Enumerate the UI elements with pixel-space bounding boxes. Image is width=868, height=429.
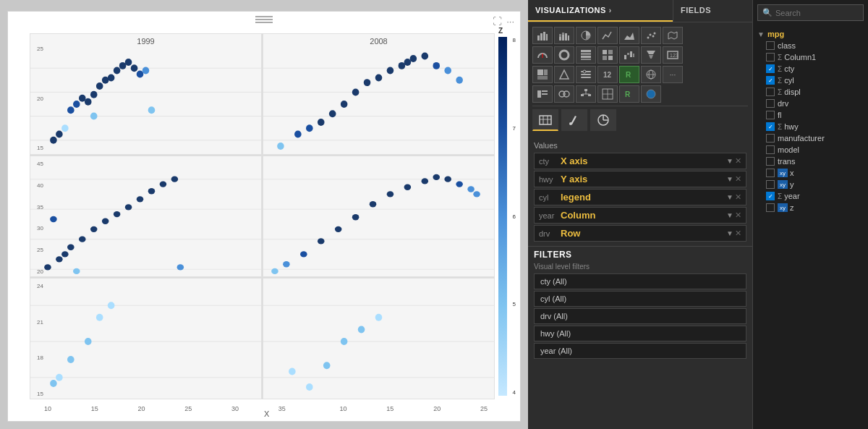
- filter-cty[interactable]: cty (All): [534, 273, 746, 289]
- tool-btn-format[interactable]: [532, 109, 558, 131]
- field-item-trans[interactable]: trans: [753, 156, 868, 167]
- svg-rect-137: [544, 69, 548, 75]
- chart-toolbar: [255, 16, 273, 23]
- field-item-year[interactable]: Σ year: [753, 190, 868, 202]
- viz-icon-r[interactable]: R: [619, 66, 639, 83]
- drag-handle[interactable]: [255, 16, 273, 23]
- viz-icon-group[interactable]: [554, 85, 574, 103]
- field-item-manufacturer[interactable]: manufacturer: [753, 132, 868, 144]
- viz-icon-gauge[interactable]: [532, 46, 553, 64]
- tab-visualizations[interactable]: VISUALIZATIONS ›: [528, 0, 673, 22]
- field-item-z[interactable]: xy z: [753, 202, 868, 213]
- field-item-displ[interactable]: Σ displ: [753, 86, 868, 98]
- search-icon: 🔍: [762, 8, 773, 17]
- viz-icon-area[interactable]: [619, 27, 639, 44]
- filter-cyl[interactable]: cyl (All): [534, 291, 746, 307]
- viz-icon-line[interactable]: [597, 27, 618, 44]
- field-checkbox-trans[interactable]: [766, 157, 775, 166]
- field-checkbox-model[interactable]: [766, 145, 775, 154]
- filter-year[interactable]: year (All): [534, 343, 746, 359]
- tool-btn-paint[interactable]: [561, 109, 587, 131]
- field-checkbox-y[interactable]: [766, 180, 775, 189]
- tab-fields[interactable]: FIELDS: [673, 0, 752, 22]
- viz-icon-donut[interactable]: [554, 46, 574, 64]
- search-box[interactable]: 🔍: [757, 4, 864, 21]
- field-x-yaxis[interactable]: ✕: [735, 174, 741, 184]
- field-row-xaxis[interactable]: cty X axis ▼ ✕: [534, 153, 746, 169]
- field-checkbox-z[interactable]: [766, 203, 775, 212]
- field-checkbox-fl[interactable]: [766, 111, 775, 119]
- viz-icon-globe2[interactable]: [641, 85, 661, 103]
- field-checkbox-displ[interactable]: [766, 88, 775, 96]
- viz-icon-waterfall[interactable]: [619, 46, 639, 64]
- field-tag-cyl: cyl: [539, 193, 561, 202]
- field-checkbox-cty[interactable]: [766, 64, 775, 73]
- field-checkbox-year[interactable]: [766, 192, 775, 200]
- filters-section: FILTERS Visual level filters cty (All) c…: [528, 246, 752, 363]
- viz-icon-r2[interactable]: R: [619, 85, 639, 103]
- sigma-cyl: Σ: [778, 77, 782, 85]
- right-panel: VISUALIZATIONS › FIELDS: [528, 0, 752, 429]
- viz-icon-format[interactable]: [532, 85, 553, 103]
- field-item-fl[interactable]: fl: [753, 109, 868, 121]
- field-checkbox-manufacturer[interactable]: [766, 134, 775, 143]
- viz-icon-numeric[interactable]: 12: [597, 66, 618, 83]
- field-row-yaxis[interactable]: hwy Y axis ▼ ✕: [534, 171, 746, 187]
- viz-icon-bar-stacked[interactable]: [554, 27, 574, 44]
- viz-icon-globe[interactable]: [641, 66, 661, 83]
- field-item-hwy[interactable]: Σ hwy: [753, 121, 868, 132]
- viz-icon-table[interactable]: [576, 46, 596, 64]
- viz-icon-pie[interactable]: [576, 27, 596, 44]
- viz-icon-map[interactable]: [663, 27, 683, 44]
- field-checkbox-class[interactable]: [766, 41, 775, 50]
- svg-point-58: [148, 188, 156, 194]
- viz-icon-slicer[interactable]: [576, 66, 596, 83]
- field-x-xaxis[interactable]: ✕: [735, 156, 741, 166]
- field-row-row[interactable]: drv Row ▼ ✕: [534, 225, 746, 242]
- field-x-column[interactable]: ✕: [735, 211, 741, 220]
- field-checkbox-drv[interactable]: [766, 99, 775, 108]
- svg-point-72: [335, 226, 342, 232]
- filter-hwy[interactable]: hwy (All): [534, 326, 746, 341]
- field-item-cty[interactable]: Σ cty: [753, 63, 868, 75]
- field-row-column[interactable]: year Column ▼ ✕: [534, 207, 746, 224]
- viz-icon-treemap[interactable]: [532, 66, 553, 83]
- search-input[interactable]: [775, 9, 859, 17]
- svg-rect-121: [581, 53, 591, 55]
- chart-panel-r3c1: 24 21 18 15: [30, 278, 262, 399]
- field-item-y[interactable]: xy y: [753, 179, 868, 190]
- field-item-cyl[interactable]: Σ cyl: [753, 75, 868, 86]
- field-checkbox-column1[interactable]: [766, 53, 775, 61]
- field-item-drv[interactable]: drv: [753, 98, 868, 109]
- field-group-mpg[interactable]: ▼ mpg: [753, 28, 868, 40]
- field-x-legend[interactable]: ✕: [735, 192, 741, 202]
- more-icon[interactable]: ···: [506, 16, 514, 27]
- field-checkbox-hwy[interactable]: [766, 122, 775, 131]
- field-x-row[interactable]: ✕: [735, 229, 741, 238]
- viz-icon-hier[interactable]: [576, 85, 596, 103]
- field-checkbox-x[interactable]: [766, 169, 775, 177]
- legend-title: Z: [498, 27, 503, 35]
- viz-icon-more-dots[interactable]: ···: [663, 66, 683, 83]
- svg-point-63: [50, 216, 57, 222]
- field-checkbox-cyl[interactable]: [766, 76, 775, 85]
- field-item-x[interactable]: xy x: [753, 167, 868, 179]
- viz-icon-scatter[interactable]: [641, 27, 661, 44]
- viz-icon-matrix[interactable]: [597, 46, 618, 64]
- viz-icon-shape[interactable]: [554, 66, 574, 83]
- field-item-column1[interactable]: Σ Column1: [753, 51, 868, 63]
- viz-icon-card[interactable]: 123: [663, 46, 683, 64]
- field-row-legend[interactable]: cyl legend ▼ ✕: [534, 189, 746, 205]
- field-value-legend: legend: [561, 192, 726, 203]
- tool-btn-analytics[interactable]: [590, 109, 616, 131]
- svg-point-95: [289, 368, 296, 375]
- svg-rect-142: [581, 77, 591, 78]
- viz-icon-bar[interactable]: [532, 27, 553, 44]
- field-item-class[interactable]: class: [753, 40, 868, 51]
- viz-icon-table2[interactable]: [597, 85, 618, 103]
- filter-drv[interactable]: drv (All): [534, 308, 746, 324]
- svg-point-115: [652, 35, 655, 38]
- field-item-model[interactable]: model: [753, 144, 868, 156]
- viz-icon-funnel[interactable]: [641, 46, 661, 64]
- expand-icon[interactable]: ⛶: [493, 16, 502, 27]
